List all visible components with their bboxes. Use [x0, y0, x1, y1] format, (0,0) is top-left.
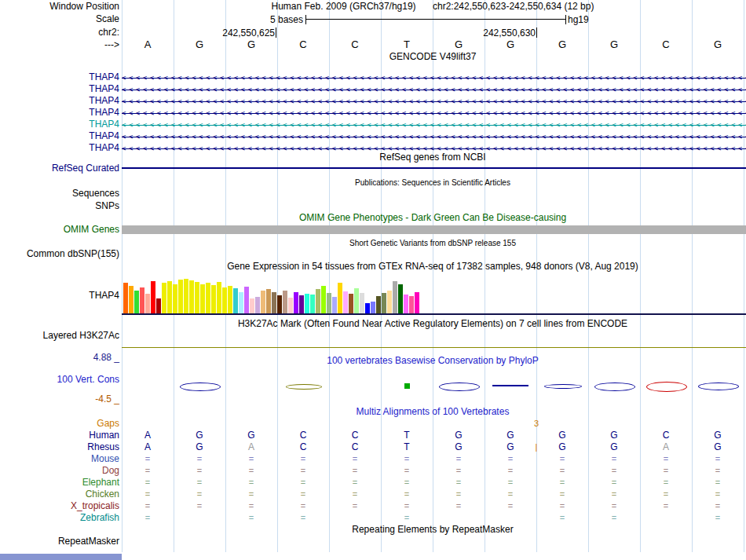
- gtex-tissue-bar[interactable]: [195, 282, 199, 314]
- common-dbsnp-label[interactable]: Common dbSNP(155): [0, 249, 119, 259]
- gtex-tissue-bar[interactable]: [365, 303, 370, 314]
- snps-label[interactable]: SNPs: [0, 201, 119, 211]
- gtex-tissue-bar[interactable]: [178, 280, 183, 314]
- gene-transcript[interactable]: <<<<<<<<<<<<<<<<<<<<<<<<<<<<<<<<<<<<<<<<…: [122, 72, 746, 84]
- gtex-tissue-bar[interactable]: [184, 279, 188, 314]
- gtex-tissue-bar[interactable]: [173, 284, 177, 314]
- gtex-tissue-bar[interactable]: [409, 296, 414, 314]
- gtex-tissue-bar[interactable]: [151, 281, 155, 314]
- strand-arrows: <<<<<<<<<<<<<<<<<<<<<<<<<<<<<<<<<<<<<<<<…: [122, 120, 746, 130]
- gtex-gene-label[interactable]: THAP4: [0, 291, 119, 301]
- gtex-tissue-bar[interactable]: [327, 293, 331, 314]
- gtex-tissue-bar[interactable]: [382, 293, 386, 314]
- gtex-tissue-bar[interactable]: [283, 291, 287, 314]
- gene-transcript[interactable]: <<<<<<<<<<<<<<<<<<<<<<<<<<<<<<<<<<<<<<<<…: [122, 119, 746, 131]
- vert-cons-label[interactable]: 100 Vert. Cons: [0, 375, 119, 385]
- refseq-gene-line[interactable]: [122, 167, 746, 169]
- gtex-tissue-bar[interactable]: [206, 283, 210, 314]
- gtex-tissue-bar[interactable]: [266, 289, 271, 314]
- gtex-tissue-bar[interactable]: [255, 297, 260, 314]
- gtex-tissue-bar[interactable]: [376, 296, 381, 314]
- gene-label[interactable]: THAP4: [0, 96, 119, 106]
- alignment-cell: T: [381, 442, 433, 452]
- gtex-tissue-bar[interactable]: [387, 291, 392, 314]
- gtex-tissue-bar[interactable]: [200, 284, 205, 314]
- cons-max-label: 4.88 _: [0, 353, 119, 363]
- gtex-tissue-bar[interactable]: [349, 294, 353, 314]
- gtex-tissue-bar[interactable]: [321, 286, 326, 314]
- gtex-tissue-bar[interactable]: [343, 291, 348, 314]
- gtex-tissue-bar[interactable]: [371, 302, 375, 314]
- gene-transcript[interactable]: <<<<<<<<<<<<<<<<<<<<<<<<<<<<<<<<<<<<<<<<…: [122, 84, 746, 96]
- refseq-curated-label[interactable]: RefSeq Curated: [0, 163, 119, 174]
- gtex-tissue-bar[interactable]: [156, 298, 161, 314]
- alignment-cell: =: [174, 466, 225, 476]
- alignment-cell: =: [329, 466, 381, 476]
- gtex-tissue-bar[interactable]: [393, 281, 397, 314]
- gtex-tissue-bar[interactable]: [338, 283, 342, 314]
- gene-label[interactable]: THAP4: [0, 84, 119, 94]
- gtex-tissue-bar[interactable]: [277, 295, 282, 314]
- sequences-label[interactable]: Sequences: [0, 188, 119, 199]
- omim-genes-label[interactable]: OMIM Genes: [0, 225, 119, 235]
- gtex-tissue-bar[interactable]: [294, 292, 298, 314]
- gtex-tissue-bar[interactable]: [211, 285, 216, 314]
- gtex-tissue-bar[interactable]: [261, 291, 265, 314]
- gtex-tissue-bar[interactable]: [305, 294, 309, 314]
- gtex-tissue-bar[interactable]: [228, 286, 232, 314]
- gene-label[interactable]: THAP4: [0, 72, 119, 82]
- gtex-tissue-bar[interactable]: [398, 284, 403, 314]
- strand-arrows: <<<<<<<<<<<<<<<<<<<<<<<<<<<<<<<<<<<<<<<<…: [122, 85, 746, 95]
- alignment-cell: =: [640, 454, 692, 464]
- omim-gene-bar[interactable]: [122, 225, 746, 234]
- gtex-tissue-bar[interactable]: [140, 287, 144, 314]
- gtex-tissue-bar[interactable]: [360, 293, 364, 314]
- gtex-tissue-bar[interactable]: [233, 288, 238, 314]
- alignment-cell: =: [174, 454, 225, 464]
- gtex-tissue-bar[interactable]: [244, 287, 249, 314]
- gtex-tissue-bar[interactable]: [239, 292, 243, 314]
- gtex-tissue-bar[interactable]: [167, 281, 172, 314]
- base-letter: C: [329, 39, 381, 50]
- gtex-tissue-bar[interactable]: [316, 289, 320, 314]
- alignment-cell: =: [640, 501, 692, 511]
- gtex-tissue-bar[interactable]: [354, 288, 359, 314]
- species-label-human[interactable]: Human: [0, 430, 119, 441]
- gtex-tissue-bar[interactable]: [332, 297, 337, 314]
- gtex-tissue-bar[interactable]: [134, 291, 139, 314]
- gene-label[interactable]: THAP4: [0, 108, 119, 118]
- species-label-rhesus[interactable]: Rhesus: [0, 442, 119, 452]
- alignment-cell: C: [640, 430, 692, 441]
- gtex-tissue-bar[interactable]: [415, 292, 419, 314]
- species-label-zebrafish[interactable]: Zebrafish: [0, 513, 119, 523]
- gene-label[interactable]: THAP4: [0, 131, 119, 141]
- gene-transcript[interactable]: <<<<<<<<<<<<<<<<<<<<<<<<<<<<<<<<<<<<<<<<…: [122, 96, 746, 108]
- gene-transcript[interactable]: <<<<<<<<<<<<<<<<<<<<<<<<<<<<<<<<<<<<<<<<…: [122, 108, 746, 119]
- gtex-tissue-bar[interactable]: [299, 295, 304, 314]
- species-label-dog[interactable]: Dog: [0, 466, 119, 476]
- species-label-chicken[interactable]: Chicken: [0, 489, 119, 500]
- gene-transcript[interactable]: <<<<<<<<<<<<<<<<<<<<<<<<<<<<<<<<<<<<<<<<…: [122, 131, 746, 143]
- species-label-mouse[interactable]: Mouse: [0, 454, 119, 464]
- gene-label[interactable]: THAP4: [0, 143, 119, 153]
- alignment-cell: =: [485, 466, 536, 476]
- gene-label[interactable]: THAP4: [0, 119, 119, 130]
- gtex-tissue-bar[interactable]: [272, 292, 276, 314]
- gtex-tissue-bar[interactable]: [129, 286, 133, 314]
- layered-h3k27ac-label[interactable]: Layered H3K27Ac: [0, 331, 119, 341]
- gtex-tissue-bar[interactable]: [310, 295, 315, 314]
- gtex-tissue-bar[interactable]: [162, 283, 166, 314]
- gtex-tissue-bar[interactable]: [123, 283, 128, 314]
- bottom-scroll-bar[interactable]: [0, 554, 122, 560]
- gtex-tissue-bar[interactable]: [189, 280, 194, 314]
- species-label-elephant[interactable]: Elephant: [0, 478, 119, 488]
- gtex-tissue-bar[interactable]: [222, 287, 227, 314]
- species-label-x_tropicalis[interactable]: X_tropicalis: [0, 501, 119, 511]
- gtex-tissue-bar[interactable]: [404, 295, 408, 314]
- gtex-tissue-bar[interactable]: [217, 282, 221, 314]
- gtex-tissue-bar[interactable]: [288, 298, 293, 314]
- base-letter: G: [225, 39, 277, 50]
- repeatmasker-label[interactable]: RepeatMasker: [0, 536, 119, 547]
- gtex-tissue-bar[interactable]: [250, 298, 254, 314]
- gtex-tissue-bar[interactable]: [145, 294, 150, 314]
